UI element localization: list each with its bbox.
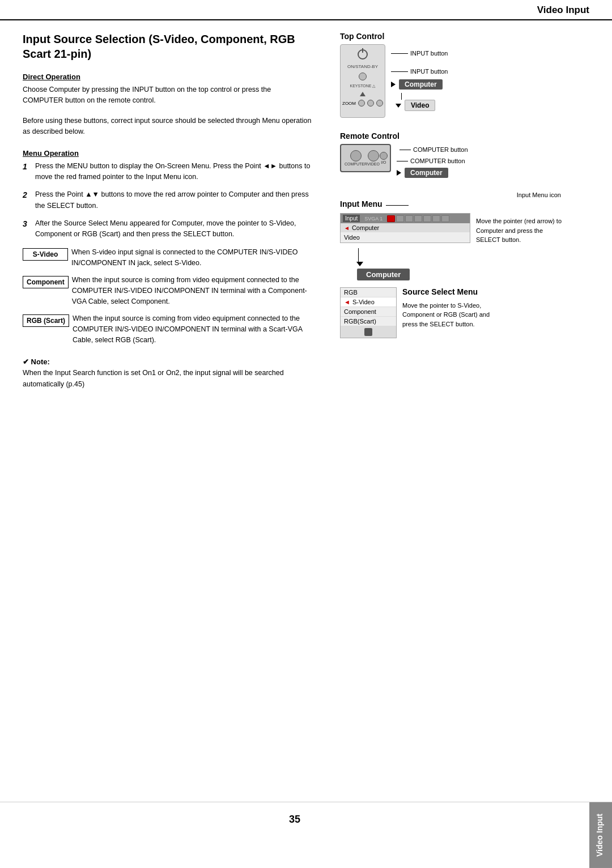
input-computer-box: Computer <box>357 269 410 280</box>
menu-icon-1 <box>396 215 404 222</box>
menu-operation-heading: Menu Operation <box>23 149 312 158</box>
top-control-container: ON/STAND-BY KEYSTONE △ ZOOM <box>340 44 589 118</box>
source-select-note: Move the pointer to S-Video, Component o… <box>402 301 499 329</box>
top-control-section: Top Control ON/STAND-BY <box>340 32 589 118</box>
remote-control-heading: Remote Control <box>340 131 589 141</box>
label-row-svideo: S-Video When S-video input signal is con… <box>23 247 312 269</box>
direct-operation-heading: Direct Operation <box>23 73 312 81</box>
left-column: Input Source Selection (S-Video, Compone… <box>23 32 323 390</box>
rc-connector-2 <box>397 161 408 161</box>
arrow-computer <box>391 82 396 87</box>
source-menu-wrapper: RGB ◄ S-Video Component <box>340 287 397 338</box>
menu-operation-section: Menu Operation 1 Press the MENU button t… <box>23 149 312 346</box>
source-row-rgb-scart: RGB(Scart) <box>341 317 396 326</box>
source-footer-icon <box>364 328 372 336</box>
remote-labels: COMPUTER button COMPUTER button Computer <box>397 144 468 178</box>
note-section: ✔ Note: When the Input Search function i… <box>23 356 312 390</box>
video-box-group: Video <box>396 93 448 111</box>
computer-btn-label-2: COMPUTER button <box>410 158 465 164</box>
page-header: Video Input <box>0 0 612 20</box>
vert-connector <box>401 93 402 100</box>
menu-header-input: Input <box>343 215 360 222</box>
direct-operation-text2: Before using these buttons, correct inpu… <box>23 116 312 138</box>
computer-btn-label-1: COMPUTER button <box>413 146 468 153</box>
menu-icon-5 <box>432 215 440 222</box>
input-menu-section: Input Menu icon Input Menu <box>340 192 589 338</box>
computer-box-row: Computer <box>391 79 448 90</box>
component-label: Component <box>23 276 69 289</box>
source-select-section: RGB ◄ S-Video Component <box>340 287 589 338</box>
source-select-note-wrapper: Source Select Menu Move the pointer to S… <box>402 287 499 329</box>
right-column: Top Control ON/STAND-BY <box>323 32 589 390</box>
menu-step-1: 1 Press the MENU button to display the O… <box>23 161 312 183</box>
keystone-label: KEYSTONE △ <box>350 84 376 88</box>
input-btn-label-1-row: INPUT button <box>391 50 448 57</box>
svideo-text: When S-video input signal is connected t… <box>71 247 312 269</box>
step-3-num: 3 <box>23 218 35 231</box>
menu-row-video: Video <box>341 233 470 242</box>
menu-computer-label: Computer <box>352 224 379 231</box>
rc-connector-1 <box>400 150 411 150</box>
side-label: Video Input <box>589 802 612 868</box>
right-col-inner: Top Control ON/STAND-BY <box>329 32 589 338</box>
menu-screen-header: Input SVGA 1 <box>341 214 470 223</box>
device-body: ON/STAND-BY KEYSTONE △ ZOOM <box>340 44 385 118</box>
label-row-component: Component When the input source is comin… <box>23 275 312 308</box>
menu-row-computer: ◄ Computer <box>341 223 470 233</box>
remote-label-video: VIDEO <box>367 162 380 166</box>
label-row-rgb-scart: RGB (Scart) When the input source is com… <box>23 313 312 346</box>
step-1-num: 1 <box>23 161 35 173</box>
page-number: 35 <box>0 802 589 868</box>
source-select-heading: Source Select Menu <box>402 287 499 296</box>
zoom-btn-1 <box>358 100 365 107</box>
zoom-btn-2 <box>367 100 374 107</box>
svideo-label: S-Video <box>23 248 68 261</box>
remote-btn-computer: COMPUTER <box>345 150 367 166</box>
power-icon <box>358 49 368 59</box>
top-control-labels: INPUT button INPUT button <box>391 44 448 111</box>
input-menu-title-row: Input Menu <box>340 199 470 211</box>
remote-circle-2 <box>368 150 379 161</box>
icon-connector-line <box>386 205 409 206</box>
connector-line-1 <box>391 53 408 54</box>
menu-icon-4 <box>423 215 431 222</box>
remote-computer-highlight: Computer <box>405 168 448 178</box>
input-menu-heading: Input Menu <box>340 199 382 209</box>
note-heading: ✔ Note: <box>23 358 50 366</box>
source-row-rgb: RGB <box>341 288 396 297</box>
input-menu-left: Input Menu Input SVGA 1 <box>340 199 470 243</box>
zoom-row: ZOOM <box>342 100 383 107</box>
spacer <box>397 150 397 150</box>
page-container: Video Input Input Source Selection (S-Vi… <box>0 0 612 868</box>
page-title: Input Source Selection (S-Video, Compone… <box>23 32 312 61</box>
menu-icon-active <box>387 215 395 222</box>
source-select-container: RGB ◄ S-Video Component <box>340 287 589 338</box>
remote-btn-video: VIDEO <box>367 150 380 166</box>
step-2-num: 2 <box>23 189 35 202</box>
input-menu-icon-note: Input Menu icon <box>340 192 589 198</box>
remote-computer-box-row: Computer <box>397 168 468 178</box>
direct-operation-section: Direct Operation Choose Computer by pres… <box>23 73 312 138</box>
input-btn-label-1: INPUT button <box>410 50 448 57</box>
step-2-text: Press the Point ▲▼ buttons to move the r… <box>35 189 312 211</box>
arrow-up-icon <box>360 92 366 96</box>
menu-screen: Input SVGA 1 <box>340 213 470 243</box>
step-3-text: After the Source Select Menu appeared fo… <box>35 218 312 240</box>
remote-circle-1 <box>350 150 362 161</box>
menu-icon-2 <box>405 215 413 222</box>
arrow-down-triangle <box>356 262 363 266</box>
computer-btn-label-2-row: COMPUTER button <box>397 158 468 164</box>
input-button <box>359 73 367 80</box>
menu-icon-3 <box>414 215 422 222</box>
remote-btn-power: I/O <box>380 152 388 164</box>
menu-step-3: 3 After the Source Select Menu appeared … <box>23 218 312 240</box>
source-menu-screen: RGB ◄ S-Video Component <box>340 287 397 338</box>
remote-label-io: I/O <box>381 160 386 164</box>
component-text: When the input source is coming from vid… <box>72 275 312 308</box>
source-row-component: Component <box>341 307 396 317</box>
rgb-scart-label: RGB (Scart) <box>23 314 69 327</box>
on-standby-label: ON/STAND-BY <box>347 64 378 69</box>
menu-video-label: Video <box>344 234 360 241</box>
connector-line-2 <box>391 71 408 72</box>
menu-icon-6 <box>441 215 449 222</box>
